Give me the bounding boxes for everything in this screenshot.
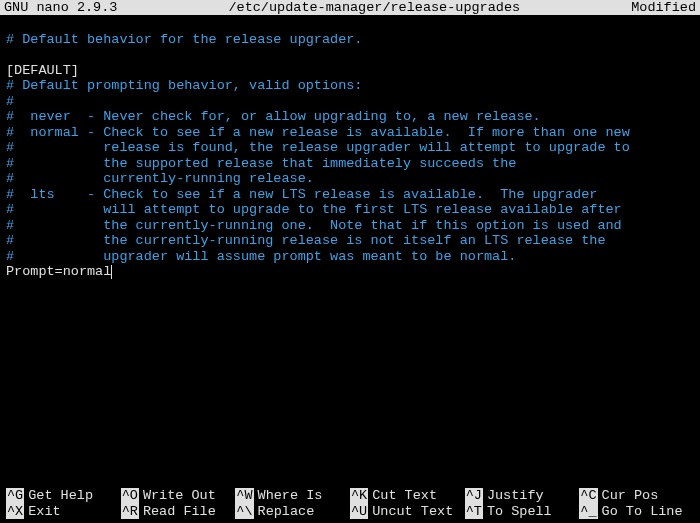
shortcut-item[interactable]: ^OWrite Out (121, 488, 236, 504)
text-cursor (111, 265, 112, 279)
shortcut-label: Replace (258, 504, 315, 520)
editor-line[interactable]: # (6, 94, 694, 110)
shortcut-label: To Spell (487, 504, 552, 520)
shortcut-label: Write Out (143, 488, 216, 504)
shortcut-label: Uncut Text (372, 504, 453, 520)
shortcut-label: Read File (143, 504, 216, 520)
shortcut-item[interactable]: ^RRead File (121, 504, 236, 520)
shortcut-label: Cur Pos (602, 488, 659, 504)
shortcut-key: ^R (121, 504, 139, 520)
editor-line[interactable]: # release is found, the release upgrader… (6, 140, 694, 156)
editor-area[interactable]: # Default behavior for the release upgra… (0, 15, 700, 280)
shortcut-key: ^G (6, 488, 24, 504)
shortcut-key: ^C (579, 488, 597, 504)
shortcut-item[interactable]: ^XExit (6, 504, 121, 520)
shortcut-row-2: ^XExit^RRead File^\Replace^UUncut Text^T… (6, 504, 694, 520)
editor-line[interactable]: # never - Never check for, or allow upgr… (6, 109, 694, 125)
shortcut-item[interactable]: ^\Replace (235, 504, 350, 520)
shortcut-label: Exit (28, 504, 60, 520)
editor-line[interactable]: # the currently-running release is not i… (6, 233, 694, 249)
editor-line[interactable]: # the supported release that immediately… (6, 156, 694, 172)
shortcut-key: ^T (465, 504, 483, 520)
shortcut-key: ^W (235, 488, 253, 504)
modified-status: Modified (631, 0, 696, 15)
shortcut-key: ^O (121, 488, 139, 504)
shortcut-key: ^U (350, 504, 368, 520)
shortcut-label: Where Is (258, 488, 323, 504)
shortcut-item[interactable]: ^WWhere Is (235, 488, 350, 504)
editor-line[interactable]: # the currently-running one. Note that i… (6, 218, 694, 234)
file-path: /etc/update-manager/release-upgrades (117, 0, 631, 15)
shortcut-key: ^\ (235, 504, 253, 520)
shortcut-bar: ^GGet Help^OWrite Out^WWhere Is^KCut Tex… (6, 488, 694, 519)
shortcut-key: ^_ (579, 504, 597, 520)
shortcut-key: ^J (465, 488, 483, 504)
shortcut-item[interactable]: ^UUncut Text (350, 504, 465, 520)
shortcut-label: Go To Line (602, 504, 683, 520)
app-name: GNU nano 2.9.3 (4, 0, 117, 15)
editor-line[interactable]: # lts - Check to see if a new LTS releas… (6, 187, 694, 203)
shortcut-key: ^X (6, 504, 24, 520)
editor-line[interactable]: # will attempt to upgrade to the first L… (6, 202, 694, 218)
shortcut-key: ^K (350, 488, 368, 504)
shortcut-item[interactable]: ^_Go To Line (579, 504, 694, 520)
editor-line[interactable]: [DEFAULT] (6, 63, 694, 79)
titlebar: GNU nano 2.9.3 /etc/update-manager/relea… (0, 0, 700, 15)
shortcut-row-1: ^GGet Help^OWrite Out^WWhere Is^KCut Tex… (6, 488, 694, 504)
editor-line[interactable]: # normal - Check to see if a new release… (6, 125, 694, 141)
shortcut-label: Get Help (28, 488, 93, 504)
editor-line[interactable]: Prompt=normal (6, 264, 694, 280)
editor-line[interactable]: # Default behavior for the release upgra… (6, 32, 694, 48)
shortcut-label: Cut Text (372, 488, 437, 504)
shortcut-item[interactable]: ^KCut Text (350, 488, 465, 504)
shortcut-label: Justify (487, 488, 544, 504)
editor-line[interactable]: # upgrader will assume prompt was meant … (6, 249, 694, 265)
editor-line[interactable]: # Default prompting behavior, valid opti… (6, 78, 694, 94)
shortcut-item[interactable]: ^TTo Spell (465, 504, 580, 520)
shortcut-item[interactable]: ^CCur Pos (579, 488, 694, 504)
shortcut-item[interactable]: ^JJustify (465, 488, 580, 504)
shortcut-item[interactable]: ^GGet Help (6, 488, 121, 504)
editor-line[interactable]: # currently-running release. (6, 171, 694, 187)
